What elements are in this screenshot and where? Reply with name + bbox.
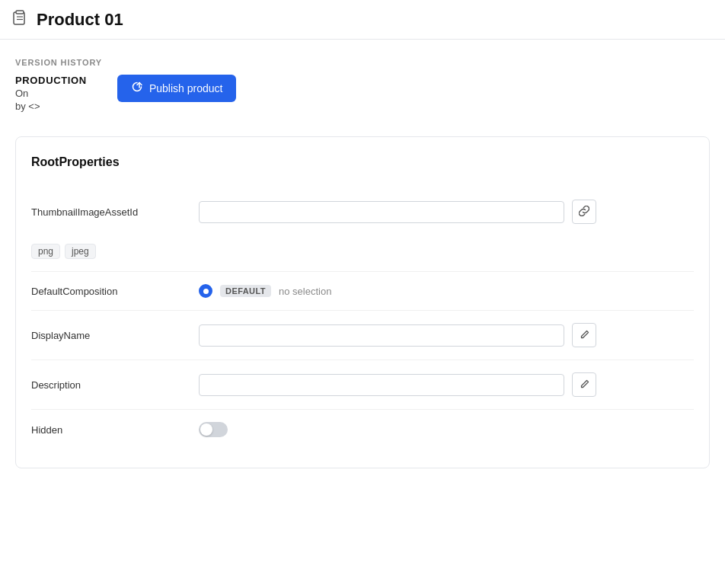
display-name-row: DisplayName — [31, 311, 694, 360]
default-composition-label: DefaultComposition — [31, 286, 184, 297]
publish-icon — [131, 81, 143, 96]
display-name-edit-button[interactable] — [572, 323, 596, 347]
tag-jpeg: jpeg — [65, 244, 96, 259]
description-input-wrap — [199, 372, 694, 397]
hidden-input-wrap — [199, 422, 694, 437]
production-section: PRODUCTION On by <> Publish product — [15, 75, 710, 112]
description-input[interactable] — [199, 374, 564, 396]
thumbnail-main: ThumbnailImageAssetId — [31, 200, 694, 224]
production-on: On — [15, 88, 87, 99]
default-badge: DEFAULT — [220, 285, 271, 297]
production-info: PRODUCTION On by <> — [15, 75, 87, 112]
publish-product-button[interactable]: Publish product — [117, 75, 237, 102]
default-composition-input-wrap: DEFAULT no selection — [199, 284, 694, 298]
thumbnail-link-button[interactable] — [572, 200, 596, 224]
display-name-label: DisplayName — [31, 330, 184, 341]
version-history-label: VERSION HISTORY — [15, 58, 710, 67]
link-icon — [579, 206, 589, 219]
toggle-knob — [200, 423, 212, 436]
no-selection-text: no selection — [279, 286, 331, 297]
production-by: by <> — [15, 101, 87, 112]
edit-icon — [580, 329, 589, 342]
tag-png: png — [31, 244, 60, 259]
hidden-row: Hidden — [31, 410, 694, 449]
thumbnail-tag-list: png jpeg — [31, 244, 96, 259]
display-name-input[interactable] — [199, 324, 564, 347]
root-properties-card: RootProperties ThumbnailImageAssetId — [15, 136, 710, 468]
main-content: VERSION HISTORY PRODUCTION On by <> Publ… — [0, 40, 725, 487]
radio-inner — [203, 289, 209, 294]
publish-button-label: Publish product — [149, 82, 223, 94]
card-title: RootProperties — [31, 155, 694, 169]
description-row: Description — [31, 360, 694, 410]
production-label: PRODUCTION — [15, 75, 87, 86]
default-composition-row: DefaultComposition DEFAULT no selection — [31, 272, 694, 311]
description-edit-button[interactable] — [572, 372, 596, 397]
display-name-input-wrap — [199, 323, 694, 347]
hidden-label: Hidden — [31, 424, 184, 436]
svg-rect-1 — [16, 11, 24, 14]
thumbnail-label: ThumbnailImageAssetId — [31, 206, 184, 218]
page-header: Product 01 — [0, 0, 725, 40]
thumbnail-field-row: ThumbnailImageAssetId png jpe — [31, 187, 694, 272]
thumbnail-input-wrap — [199, 200, 694, 224]
version-history-section: VERSION HISTORY PRODUCTION On by <> Publ… — [15, 58, 710, 112]
default-composition-radio[interactable] — [199, 284, 212, 298]
thumbnail-input[interactable] — [199, 201, 564, 223]
edit-icon-2 — [580, 379, 589, 391]
product-icon — [12, 9, 29, 30]
page-title: Product 01 — [37, 10, 123, 30]
description-label: Description — [31, 379, 184, 391]
hidden-toggle[interactable] — [199, 422, 228, 437]
